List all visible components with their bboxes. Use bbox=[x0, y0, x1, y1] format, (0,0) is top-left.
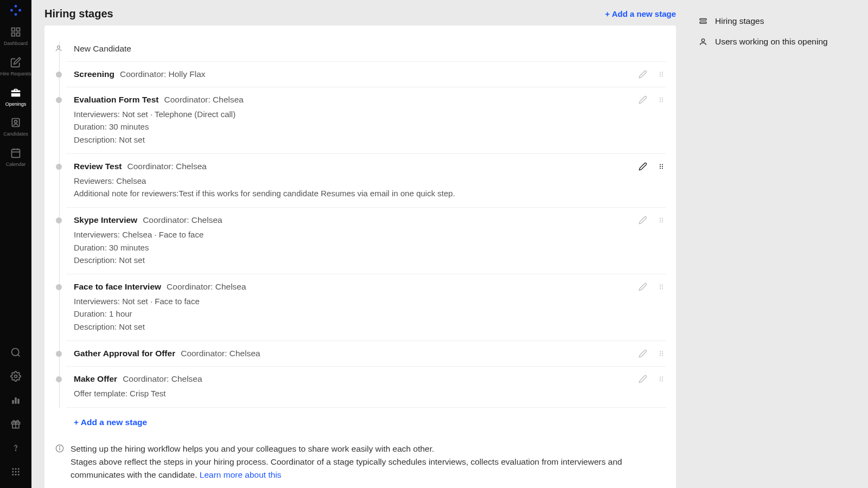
svg-point-38 bbox=[660, 76, 661, 77]
svg-point-40 bbox=[660, 98, 661, 99]
svg-point-27 bbox=[12, 471, 14, 473]
edit-stage-button[interactable] bbox=[638, 374, 648, 384]
svg-point-16 bbox=[15, 375, 17, 378]
svg-point-0 bbox=[15, 5, 17, 8]
stage-name: Evaluation Form Test bbox=[74, 95, 158, 105]
stage-head: Face to face InterviewCoordinator: Chels… bbox=[74, 282, 666, 292]
svg-point-9 bbox=[15, 120, 17, 123]
sidebar-item-calendar[interactable]: Calendar bbox=[0, 142, 31, 172]
svg-point-56 bbox=[660, 222, 661, 223]
sidebar-analytics[interactable] bbox=[0, 388, 31, 412]
svg-point-51 bbox=[662, 168, 663, 169]
gear-icon bbox=[10, 371, 21, 382]
drag-handle[interactable] bbox=[656, 282, 666, 292]
svg-point-59 bbox=[662, 285, 663, 286]
svg-point-58 bbox=[660, 285, 661, 286]
svg-point-57 bbox=[662, 222, 663, 223]
drag-handle[interactable] bbox=[656, 95, 666, 105]
stage-row: New Candidate bbox=[66, 36, 666, 61]
stage-name: Review Test bbox=[74, 162, 122, 171]
stage-head: Skype InterviewCoordinator: Chelsea bbox=[74, 215, 666, 225]
svg-point-35 bbox=[662, 72, 663, 73]
edit-stage-button[interactable] bbox=[638, 215, 648, 225]
sidebar-item-label: Openings bbox=[5, 101, 27, 107]
sidebar-item-dashboard[interactable]: Dashboard bbox=[0, 21, 31, 51]
svg-point-30 bbox=[12, 474, 14, 476]
stage-row: Gather Approval for OfferCoordinator: Ch… bbox=[66, 341, 666, 366]
stages-panel: New CandidateScreeningCoordinator: Holly… bbox=[44, 25, 676, 488]
svg-point-61 bbox=[662, 286, 663, 287]
drag-handle[interactable] bbox=[656, 374, 666, 384]
bar-chart-icon bbox=[10, 395, 21, 406]
stage-detail-line: Description: Not set bbox=[74, 320, 666, 333]
stage-name: New Candidate bbox=[74, 44, 131, 54]
sidebar-item-hire-requests[interactable]: Hire Requests bbox=[0, 51, 31, 81]
svg-point-39 bbox=[662, 76, 663, 77]
sidebar-help[interactable] bbox=[0, 436, 31, 460]
svg-point-47 bbox=[662, 164, 663, 165]
stage-head: Gather Approval for OfferCoordinator: Ch… bbox=[74, 349, 666, 358]
sidebar-settings[interactable] bbox=[0, 364, 31, 388]
svg-point-72 bbox=[660, 378, 661, 380]
svg-point-60 bbox=[660, 286, 661, 287]
list-icon bbox=[699, 17, 707, 25]
stage-detail-line: Duration: 30 minutes bbox=[74, 120, 666, 133]
svg-point-52 bbox=[660, 218, 661, 219]
sidebar-search[interactable] bbox=[0, 341, 31, 364]
rail-item-hiring-stages[interactable]: Hiring stages bbox=[699, 11, 857, 31]
stage-head: ScreeningCoordinator: Holly Flax bbox=[74, 69, 666, 79]
stage-dot bbox=[56, 284, 62, 290]
stage-detail-line: Interviewers: Chelsea · Face to face bbox=[74, 228, 666, 241]
drag-handle[interactable] bbox=[656, 69, 666, 79]
sidebar-item-label: Candidates bbox=[3, 131, 28, 137]
svg-rect-80 bbox=[700, 22, 706, 23]
stage-details: Reviewers: ChelseaAdditional note for re… bbox=[74, 175, 666, 200]
edit-stage-button[interactable] bbox=[638, 282, 648, 292]
svg-point-49 bbox=[662, 166, 663, 167]
add-stage-button-bottom[interactable]: + Add a new stage bbox=[66, 408, 147, 429]
sidebar-item-openings[interactable]: Openings bbox=[0, 81, 31, 112]
drag-handle[interactable] bbox=[656, 215, 666, 225]
svg-point-65 bbox=[662, 351, 663, 352]
stage-row: ScreeningCoordinator: Holly Flax bbox=[66, 61, 666, 87]
drag-handle[interactable] bbox=[656, 349, 666, 358]
sidebar-apps[interactable] bbox=[0, 460, 31, 484]
edit-stage-button[interactable] bbox=[638, 349, 648, 358]
stage-dot bbox=[56, 164, 62, 170]
drag-handle[interactable] bbox=[656, 162, 666, 171]
help-learn-more-link[interactable]: Learn more about this bbox=[200, 470, 282, 479]
rail-item-users-working[interactable]: Users working on this opening bbox=[699, 31, 857, 52]
svg-point-64 bbox=[660, 351, 661, 352]
help-block: Setting up the hiring workflow helps you… bbox=[54, 442, 666, 481]
stage-name: Face to face Interview bbox=[74, 282, 161, 292]
svg-point-74 bbox=[660, 380, 661, 381]
svg-rect-79 bbox=[700, 18, 706, 20]
svg-line-15 bbox=[18, 355, 20, 357]
edit-stage-button[interactable] bbox=[638, 162, 648, 171]
svg-rect-17 bbox=[12, 400, 14, 404]
svg-rect-7 bbox=[12, 33, 15, 36]
user-badge-icon bbox=[10, 117, 22, 129]
app-logo bbox=[9, 3, 23, 17]
stage-detail-line: Duration: 1 hour bbox=[74, 307, 666, 320]
edit-stage-button[interactable] bbox=[638, 95, 648, 105]
svg-point-41 bbox=[662, 98, 663, 99]
add-stage-button-top[interactable]: + Add a new stage bbox=[605, 9, 676, 18]
stage-row: Skype InterviewCoordinator: ChelseaInter… bbox=[66, 207, 666, 274]
stage-name: Screening bbox=[74, 69, 114, 79]
sidebar-item-candidates[interactable]: Candidates bbox=[0, 111, 31, 142]
edit-stage-button[interactable] bbox=[638, 69, 648, 79]
svg-point-48 bbox=[660, 166, 661, 167]
svg-rect-5 bbox=[17, 28, 20, 31]
svg-point-37 bbox=[662, 74, 663, 75]
stage-detail-line: Description: Not set bbox=[74, 254, 666, 266]
stage-row: Face to face InterviewCoordinator: Chels… bbox=[66, 274, 666, 341]
stage-coordinator: Coordinator: Chelsea bbox=[143, 215, 222, 225]
stage-dot bbox=[56, 72, 62, 78]
stage-detail-line: Interviewers: Not set · Telephone (Direc… bbox=[74, 108, 666, 120]
svg-rect-4 bbox=[12, 28, 15, 31]
svg-point-29 bbox=[18, 471, 20, 473]
svg-point-67 bbox=[662, 353, 663, 354]
sidebar-gift[interactable] bbox=[0, 412, 31, 436]
svg-point-50 bbox=[660, 168, 661, 169]
